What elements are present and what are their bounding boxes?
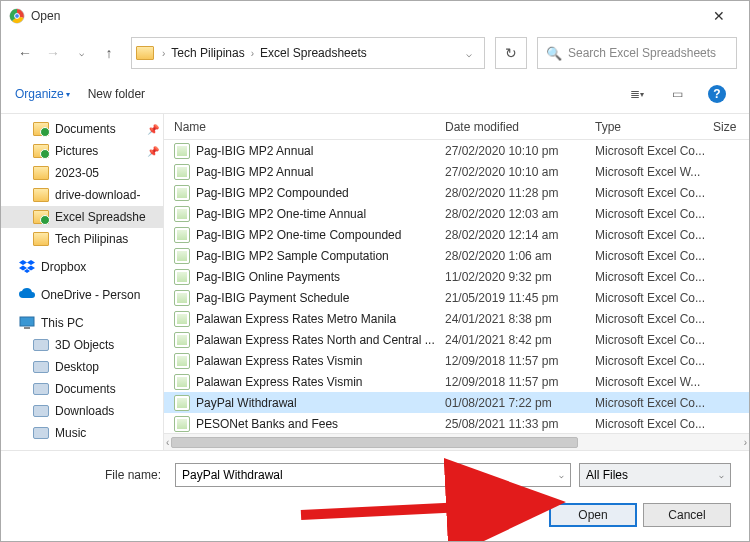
preview-pane-button[interactable]: ▭ [659,82,695,106]
thispc-icon [19,316,35,330]
file-row[interactable]: Palawan Express Rates Metro Manila24/01/… [164,308,749,329]
caret-down-icon[interactable]: ⌵ [559,471,564,480]
onedrive-icon [19,288,35,302]
forward-button[interactable]: → [41,41,65,65]
folder-icon [33,166,49,180]
caret-down-icon: ⌵ [719,471,724,480]
excel-file-icon [174,395,190,411]
folder green-icon [33,210,49,224]
disk-icon [33,383,49,395]
file-row[interactable]: Pag-IBIG Online Payments11/02/2020 9:32 … [164,266,749,287]
tree-item[interactable]: Documents [1,378,163,400]
excel-file-icon [174,311,190,327]
help-icon: ? [708,85,726,103]
toolbar: Organize ▾ New folder ≣ ▾ ▭ ? [1,75,749,113]
nav-tree[interactable]: Documents📌Pictures📌2023-05drive-download… [1,114,163,450]
file-row[interactable]: Palawan Express Rates Vismin12/09/2018 1… [164,371,749,392]
tree-item[interactable]: Tech Pilipinas [1,228,163,250]
file-row[interactable]: Palawan Express Rates North and Central … [164,329,749,350]
file-row[interactable]: PESONet Banks and Fees25/08/2021 11:33 p… [164,413,749,433]
cancel-button[interactable]: Cancel [643,503,731,527]
breadcrumb[interactable]: › Tech Pilipinas › Excel Spreadsheets ⌵ [131,37,485,69]
folder green-icon [33,122,49,136]
open-button[interactable]: Open [549,503,637,527]
back-button[interactable]: ← [13,41,37,65]
svg-rect-3 [20,317,34,326]
scroll-right-icon[interactable]: › [744,437,747,448]
svg-point-2 [15,14,20,19]
chevron-right-icon: › [160,48,167,59]
excel-file-icon [174,164,190,180]
tree-item[interactable]: This PC [1,312,163,334]
open-dialog: Open ✕ ← → ⌵ ↑ › Tech Pilipinas › Excel … [0,0,750,542]
titlebar: Open ✕ [1,1,749,31]
folder-icon [33,188,49,202]
recent-dropdown[interactable]: ⌵ [69,41,93,65]
filename-input[interactable]: PayPal Withdrawal ⌵ [175,463,571,487]
chrome-icon [9,8,25,24]
pin-icon: 📌 [147,124,159,135]
horizontal-scrollbar[interactable]: ‹ › [164,433,749,450]
refresh-button[interactable]: ↻ [495,37,527,69]
file-type-filter[interactable]: All Files ⌵ [579,463,731,487]
folder-icon [33,232,49,246]
excel-file-icon [174,353,190,369]
excel-file-icon [174,206,190,222]
view-button[interactable]: ≣ ▾ [619,82,655,106]
disk-icon [33,361,49,373]
svg-rect-4 [24,327,30,329]
excel-file-icon [174,416,190,432]
tree-item[interactable]: Pictures📌 [1,140,163,162]
tree-item[interactable]: 3D Objects [1,334,163,356]
excel-file-icon [174,248,190,264]
crumb-1[interactable]: Excel Spreadsheets [256,46,371,60]
new-folder-button[interactable]: New folder [88,87,145,101]
tree-item[interactable]: Downloads [1,400,163,422]
help-button[interactable]: ? [699,82,735,106]
up-button[interactable]: ↑ [97,41,121,65]
tree-item[interactable]: Music [1,422,163,444]
tree-item[interactable]: OneDrive - Person [1,284,163,306]
scrollbar-thumb[interactable] [171,437,578,448]
excel-file-icon [174,143,190,159]
col-type[interactable]: Type [595,120,713,134]
file-row[interactable]: Pag-IBIG MP2 One-time Annual28/02/2020 1… [164,203,749,224]
chevron-down-icon[interactable]: ⌵ [458,48,480,59]
col-name[interactable]: Name [174,120,445,134]
caret-down-icon: ▾ [66,90,70,99]
excel-file-icon [174,290,190,306]
close-button[interactable]: ✕ [697,2,741,30]
tree-item[interactable]: Dropbox [1,256,163,278]
file-row[interactable]: PayPal Withdrawal01/08/2021 7:22 pmMicro… [164,392,749,413]
col-size[interactable]: Size [713,120,749,134]
excel-file-icon [174,269,190,285]
file-row[interactable]: Pag-IBIG MP2 Compounded28/02/2020 11:28 … [164,182,749,203]
disk-icon [33,339,49,351]
search-input[interactable]: 🔍 Search Excel Spreadsheets [537,37,737,69]
file-row[interactable]: Pag-IBIG MP2 Sample Computation28/02/202… [164,245,749,266]
tree-item[interactable]: Excel Spreadshe [1,206,163,228]
file-row[interactable]: Pag-IBIG MP2 Annual27/02/2020 10:10 amMi… [164,161,749,182]
tree-item[interactable]: drive-download- [1,184,163,206]
tree-item[interactable]: Documents📌 [1,118,163,140]
disk-icon [33,427,49,439]
excel-file-icon [174,374,190,390]
organize-button[interactable]: Organize ▾ [15,87,70,101]
file-row[interactable]: Pag-IBIG MP2 Annual27/02/2020 10:10 pmMi… [164,140,749,161]
scroll-left-icon[interactable]: ‹ [166,437,169,448]
crumb-0[interactable]: Tech Pilipinas [167,46,248,60]
file-pane: Name Date modified Type Size Pag-IBIG MP… [163,114,749,450]
col-date[interactable]: Date modified [445,120,595,134]
chevron-right-icon: › [249,48,256,59]
file-row[interactable]: Palawan Express Rates Vismin12/09/2018 1… [164,350,749,371]
tree-item[interactable]: 2023-05 [1,162,163,184]
nav-row: ← → ⌵ ↑ › Tech Pilipinas › Excel Spreads… [1,31,749,75]
folder-icon [136,46,154,60]
file-list[interactable]: Pag-IBIG MP2 Annual27/02/2020 10:10 pmMi… [164,140,749,433]
search-placeholder: Search Excel Spreadsheets [568,46,716,60]
file-row[interactable]: Pag-IBIG MP2 One-time Compounded28/02/20… [164,224,749,245]
file-row[interactable]: Pag-IBIG Payment Schedule21/05/2019 11:4… [164,287,749,308]
tree-item[interactable]: Desktop [1,356,163,378]
column-header[interactable]: Name Date modified Type Size [164,114,749,140]
footer: File name: PayPal Withdrawal ⌵ All Files… [1,450,749,541]
